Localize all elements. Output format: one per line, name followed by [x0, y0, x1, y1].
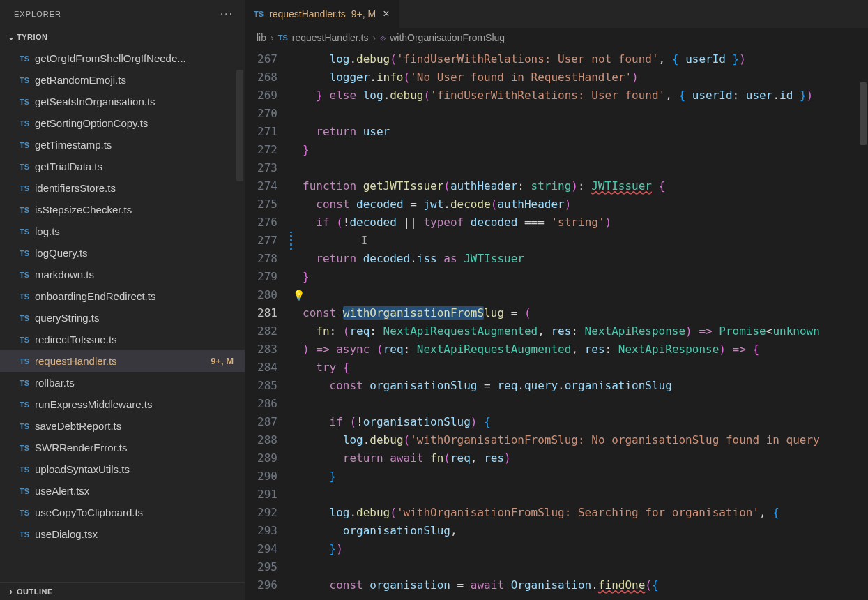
- breadcrumb-sep: ›: [372, 32, 376, 43]
- file-tree[interactable]: TSgetOrgIdFromShellOrgIfNeede...TSgetRan…: [0, 46, 245, 582]
- breadcrumb-file[interactable]: requestHandler.ts: [292, 32, 369, 43]
- text-cursor-icon: 𝙸: [361, 232, 367, 250]
- file-item[interactable]: TSuseCopyToClipboard.ts: [0, 502, 245, 523]
- ts-file-icon: TS: [20, 357, 35, 366]
- ts-file-icon: TS: [20, 509, 35, 517]
- file-label: runExpressMiddleware.ts: [35, 398, 236, 410]
- project-name: TYRION: [17, 33, 48, 41]
- file-label: useCopyToClipboard.ts: [35, 507, 236, 518]
- explorer-title: EXPLORER: [14, 10, 61, 18]
- lightbulb-icon[interactable]: 💡: [294, 286, 305, 304]
- ts-file-icon: TS: [20, 400, 35, 409]
- file-label: rollbar.ts: [35, 377, 236, 389]
- outline-label: OUTLINE: [17, 587, 53, 596]
- ts-file-icon: TS: [20, 530, 35, 539]
- file-item[interactable]: TSmarkdown.ts: [0, 264, 245, 285]
- symbol-function-icon: ⟐: [380, 32, 386, 43]
- ts-file-icon: TS: [20, 119, 35, 128]
- file-label: logQuery.ts: [35, 247, 236, 259]
- ts-file-icon: TS: [20, 314, 35, 322]
- file-item[interactable]: TSisStepsizeChecker.ts: [0, 199, 245, 220]
- file-label: saveDebtReport.ts: [35, 420, 236, 432]
- file-item[interactable]: TSgetTrialData.ts: [0, 156, 245, 177]
- file-label: redirectToIssue.ts: [35, 333, 236, 345]
- file-label: log.ts: [35, 225, 236, 237]
- ts-file-icon: TS: [20, 98, 35, 106]
- file-label: getTrialData.ts: [35, 160, 236, 172]
- project-section-header[interactable]: ⌄ TYRION: [0, 28, 245, 46]
- chevron-right-icon: ›: [6, 587, 17, 597]
- file-item[interactable]: TSsaveDebtReport.ts: [0, 415, 245, 437]
- file-label: getSortingOptionCopy.ts: [35, 117, 236, 129]
- editor-main: TS requestHandler.ts 9+, M × lib › TS re…: [245, 0, 868, 600]
- ts-file-icon: TS: [20, 465, 35, 474]
- ts-file-icon: TS: [20, 76, 35, 84]
- file-item[interactable]: TSuploadSyntaxUtils.ts: [0, 458, 245, 480]
- ts-file-icon: TS: [20, 292, 35, 301]
- file-label: getOrgIdFromShellOrgIfNeede...: [35, 52, 236, 64]
- file-item[interactable]: TSlogQuery.ts: [0, 242, 245, 264]
- code-content[interactable]: log.debug('findUserWithRelations: User n…: [294, 47, 868, 600]
- file-item[interactable]: TSgetTimestamp.ts: [0, 134, 245, 156]
- breadcrumb-sep: ›: [271, 32, 274, 43]
- file-item[interactable]: TSgetSortingOptionCopy.ts: [0, 112, 245, 134]
- close-icon[interactable]: ×: [381, 8, 390, 20]
- ts-file-icon: TS: [254, 10, 264, 18]
- file-label: isStepsizeChecker.ts: [35, 204, 236, 216]
- file-item[interactable]: TSlog.ts: [0, 220, 245, 242]
- chevron-down-icon: ⌄: [6, 32, 17, 42]
- editor-scrollbar-thumb[interactable]: [860, 82, 867, 145]
- file-label: getRandomEmoji.ts: [35, 74, 236, 86]
- file-item[interactable]: TSrequestHandler.ts9+, M: [0, 350, 245, 372]
- file-item[interactable]: TSidentifiersStore.ts: [0, 177, 245, 199]
- ts-file-icon: TS: [20, 249, 35, 257]
- tab-modified-badge: 9+, M: [351, 8, 376, 20]
- ts-file-icon: TS: [20, 163, 35, 171]
- ts-file-icon: TS: [20, 444, 35, 452]
- tab-requesthandler[interactable]: TS requestHandler.ts 9+, M ×: [245, 0, 400, 28]
- tab-bar: TS requestHandler.ts 9+, M ×: [245, 0, 868, 28]
- ts-file-icon: TS: [20, 271, 35, 279]
- ts-file-icon: TS: [20, 54, 35, 63]
- file-item[interactable]: TSredirectToIssue.ts: [0, 329, 245, 350]
- ts-file-icon: TS: [20, 141, 35, 149]
- ts-file-icon: TS: [20, 227, 35, 236]
- ts-file-icon: TS: [278, 33, 288, 42]
- file-item[interactable]: TSSWRRenderError.ts: [0, 437, 245, 458]
- file-item[interactable]: TSuseDialog.tsx: [0, 523, 245, 545]
- file-item[interactable]: TSgetOrgIdFromShellOrgIfNeede...: [0, 47, 245, 69]
- file-label: useDialog.tsx: [35, 528, 236, 540]
- breadcrumb-folder[interactable]: lib: [257, 32, 266, 43]
- sidebar-scrollbar-thumb[interactable]: [236, 70, 243, 181]
- line-number-gutter: 2672682692702712722732742752762772782792…: [245, 47, 290, 600]
- file-item[interactable]: TSgetRandomEmoji.ts: [0, 69, 245, 91]
- file-status-badge: 9+, M: [211, 356, 236, 366]
- explorer-header: EXPLORER ···: [0, 0, 245, 28]
- file-label: uploadSyntaxUtils.ts: [35, 463, 236, 475]
- file-label: identifiersStore.ts: [35, 182, 236, 194]
- outline-section-header[interactable]: › OUTLINE: [0, 582, 245, 600]
- file-label: markdown.ts: [35, 269, 236, 280]
- file-item[interactable]: TSrollbar.ts: [0, 372, 245, 393]
- breadcrumb: lib › TS requestHandler.ts › ⟐ withOrgan…: [245, 28, 868, 47]
- file-item[interactable]: TSrunExpressMiddleware.ts: [0, 393, 245, 415]
- file-label: useAlert.tsx: [35, 485, 236, 497]
- ts-file-icon: TS: [20, 379, 35, 387]
- explorer-sidebar: EXPLORER ··· ⌄ TYRION TSgetOrgIdFromShel…: [0, 0, 245, 600]
- file-item[interactable]: TSuseAlert.tsx: [0, 480, 245, 502]
- file-label: onboardingEndRedirect.ts: [35, 290, 236, 302]
- file-label: requestHandler.ts: [35, 355, 211, 367]
- code-editor[interactable]: 2672682692702712722732742752762772782792…: [245, 47, 868, 600]
- file-item[interactable]: TSonboardingEndRedirect.ts: [0, 285, 245, 307]
- file-label: getTimestamp.ts: [35, 139, 236, 151]
- ts-file-icon: TS: [20, 422, 35, 430]
- file-item[interactable]: TSgetSeatsInOrganisation.ts: [0, 91, 245, 112]
- ts-file-icon: TS: [20, 336, 35, 344]
- file-item[interactable]: TSqueryString.ts: [0, 307, 245, 329]
- file-label: getSeatsInOrganisation.ts: [35, 96, 236, 107]
- breadcrumb-symbol[interactable]: withOrganisationFromSlug: [390, 32, 505, 43]
- ts-file-icon: TS: [20, 206, 35, 214]
- ts-file-icon: TS: [20, 487, 35, 495]
- editor-scrollbar-track: [858, 47, 868, 600]
- explorer-more-icon[interactable]: ···: [220, 8, 234, 20]
